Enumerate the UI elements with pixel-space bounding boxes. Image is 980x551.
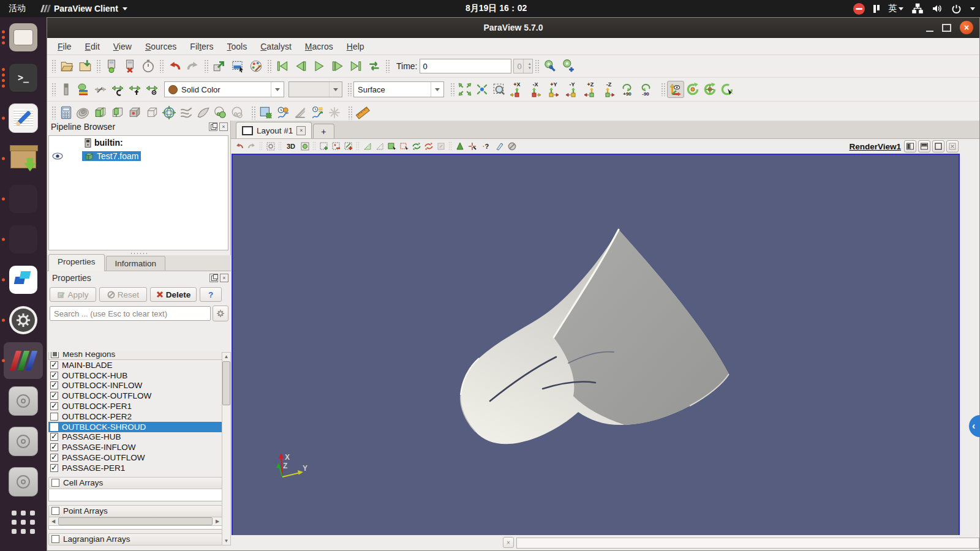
dock-text-editor[interactable] <box>0 98 47 138</box>
menu-sources[interactable]: Sources <box>138 42 183 51</box>
dock-app-6[interactable] <box>0 219 47 260</box>
representation-combo[interactable]: Surface <box>353 81 444 97</box>
first-frame-icon[interactable] <box>273 57 292 75</box>
close-view-button[interactable] <box>946 140 959 152</box>
properties-float-button[interactable] <box>209 274 218 282</box>
region-checkbox[interactable] <box>50 464 58 472</box>
disable-selection-icon[interactable] <box>506 141 518 152</box>
calculator-icon[interactable] <box>58 104 75 121</box>
select-points-on-icon[interactable] <box>330 141 342 152</box>
scrollbar-thumb[interactable] <box>222 361 230 405</box>
dock-disc-1[interactable] <box>0 381 47 421</box>
group-datasets-icon[interactable] <box>212 104 229 121</box>
mesh-region-outblock-outflow[interactable]: OUTBLOCK-OUTFLOW <box>48 391 222 401</box>
glyph-icon[interactable] <box>160 104 178 121</box>
power-icon[interactable] <box>951 4 962 14</box>
mesh-region-passage-outflow[interactable]: PASSAGE-OUTFLOW <box>48 452 222 463</box>
tab-new-layout[interactable]: + <box>313 124 334 138</box>
scroll-down-icon[interactable]: ▼ <box>222 537 230 545</box>
split-horizontal-button[interactable] <box>904 140 916 152</box>
renderview-label[interactable]: RenderView1 <box>849 139 901 154</box>
region-checkbox[interactable] <box>50 433 58 441</box>
horizontal-scrollbar[interactable]: ◀ ▶ <box>48 517 222 526</box>
connect-server-icon[interactable] <box>102 57 121 75</box>
mesh-regions-header[interactable]: Mesh Regions <box>48 352 222 360</box>
visibility-eye-icon[interactable] <box>52 152 63 160</box>
capture-screenshot-icon[interactable] <box>228 57 247 75</box>
select-block-icon[interactable] <box>374 141 385 152</box>
mesh-region-outblock-hub[interactable]: OUTBLOCK-HUB <box>48 370 222 381</box>
mesh-region-passage-per1[interactable]: PASSAGE-PER1 <box>48 463 222 473</box>
maximize-button[interactable] <box>942 24 951 32</box>
scroll-left-icon[interactable]: ◀ <box>49 517 58 525</box>
extract-subset-icon[interactable] <box>143 104 160 121</box>
rotate-90-counterclockwise-icon[interactable]: -90 <box>636 80 655 99</box>
camera-plus-icon[interactable] <box>559 57 578 75</box>
mesh-region-passage-inflow[interactable]: PASSAGE-INFLOW <box>48 442 222 452</box>
edit-color-map-icon[interactable] <box>75 81 92 98</box>
load-state-icon[interactable] <box>210 57 228 75</box>
set-view-minus-z-icon[interactable]: -Z <box>600 80 618 99</box>
previous-frame-icon[interactable] <box>292 57 310 75</box>
volume-icon[interactable] <box>932 3 943 14</box>
stream-tracer-icon[interactable] <box>178 104 195 121</box>
point-arrays-header[interactable]: Point Arrays <box>48 505 222 517</box>
loop-icon[interactable] <box>365 57 383 75</box>
menu-edit[interactable]: Edit <box>78 42 107 51</box>
mesh-region-outblock-per2[interactable]: OUTBLOCK-PER2 <box>48 411 222 422</box>
hover-points-icon[interactable] <box>423 141 434 152</box>
menu-view[interactable]: View <box>107 42 138 51</box>
pipeline-item-source[interactable]: Test7.foam <box>49 149 228 163</box>
grow-selection-icon[interactable] <box>435 141 447 152</box>
slice-icon[interactable] <box>109 104 126 121</box>
open-file-icon[interactable] <box>58 57 76 75</box>
save-data-icon[interactable] <box>76 57 94 75</box>
zoom-to-box-icon[interactable] <box>491 81 508 98</box>
maximize-view-button[interactable] <box>932 140 944 152</box>
toggle-orientation-axes-icon[interactable] <box>667 81 684 98</box>
menu-macros[interactable]: Macros <box>298 42 340 51</box>
minimize-button[interactable] <box>926 23 933 32</box>
mesh-region-outblock-per1[interactable]: OUTBLOCK-PER1 <box>48 401 222 411</box>
dock-disc-2[interactable] <box>0 421 47 462</box>
set-view-minus-x-icon[interactable]: -X <box>526 80 545 99</box>
render-viewport[interactable]: X Z Y <box>232 154 960 536</box>
notifications-muted-icon[interactable] <box>853 3 865 15</box>
titlebar[interactable]: ParaView 5.7.0 × <box>47 18 979 38</box>
camera-wrench-icon[interactable] <box>541 57 559 75</box>
set-view-minus-y-icon[interactable]: -Y <box>563 80 581 99</box>
extract-group-icon[interactable] <box>229 104 246 121</box>
region-checkbox[interactable] <box>50 454 58 462</box>
camera-undo-icon[interactable] <box>233 141 245 152</box>
region-checkbox[interactable] <box>50 361 58 369</box>
mesh-region-passage-hub[interactable]: PASSAGE-HUB <box>48 432 222 443</box>
clock[interactable]: 8月19日 16：02 <box>466 0 527 17</box>
rotate-camera-icon[interactable] <box>684 81 701 98</box>
undo-icon[interactable] <box>165 57 184 75</box>
toggle-color-legend-icon[interactable] <box>58 81 75 98</box>
set-view-plus-z-icon[interactable]: +Z <box>581 80 600 99</box>
camera-redo-icon[interactable] <box>246 141 257 152</box>
set-view-plus-y-icon[interactable]: +Y <box>545 80 563 99</box>
zoom-to-data-icon[interactable] <box>473 81 491 98</box>
select-points-through-icon[interactable] <box>361 141 373 152</box>
time-input[interactable] <box>420 59 511 73</box>
contour-icon[interactable] <box>75 104 92 121</box>
hover-query-button[interactable]: ·? <box>478 141 493 152</box>
tab-properties[interactable]: Properties <box>48 254 105 271</box>
pick-center-icon[interactable] <box>718 81 736 98</box>
interactive-select-cells-icon[interactable] <box>386 141 398 152</box>
rescale-to-data-range-icon[interactable] <box>92 81 109 98</box>
interactive-select-points-icon[interactable] <box>398 141 410 152</box>
reset-button[interactable]: Reset <box>99 287 147 302</box>
selection-view-icon[interactable] <box>257 104 274 121</box>
menu-catalyst[interactable]: Catalyst <box>254 42 298 51</box>
menu-tools[interactable]: Tools <box>220 42 254 51</box>
input-language-menu[interactable]: 英 <box>888 3 903 14</box>
cell-arrays-checkbox[interactable] <box>51 479 59 487</box>
last-frame-icon[interactable] <box>347 57 365 75</box>
dock-settings[interactable] <box>0 300 47 340</box>
rescale-to-visible-range-icon[interactable] <box>143 81 160 98</box>
plot-data-icon[interactable] <box>309 104 326 121</box>
region-checkbox[interactable] <box>50 423 58 431</box>
